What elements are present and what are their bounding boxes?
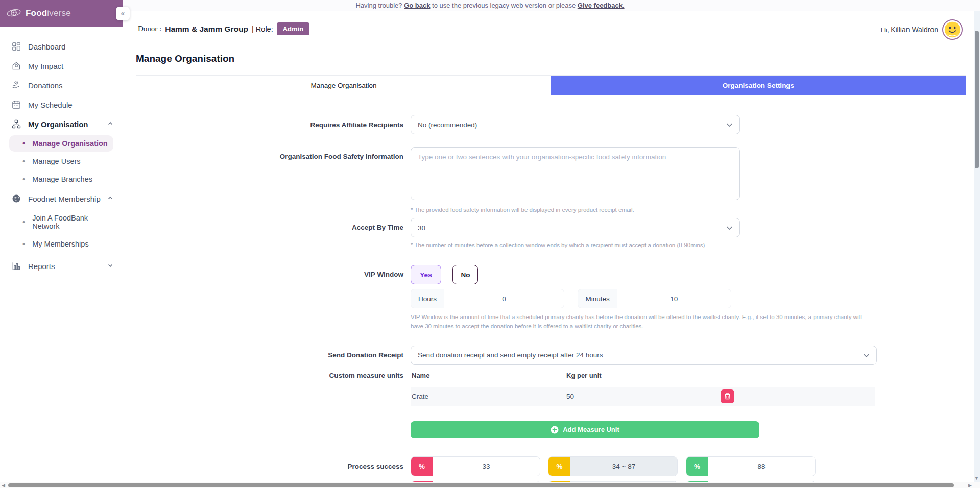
sidebar-item-dashboard[interactable]: Dashboard bbox=[0, 37, 123, 56]
org-chart-icon bbox=[11, 119, 21, 129]
food-safety-label: Organisation Food Safety Information bbox=[123, 147, 411, 160]
role-badge[interactable]: Admin bbox=[277, 22, 309, 35]
donation-receipt-row: Send Donation Receipt Send donation rece… bbox=[123, 346, 980, 365]
food-safety-textarea[interactable] bbox=[411, 147, 740, 200]
horizontal-scrollbar-thumb[interactable] bbox=[8, 483, 954, 487]
percent-badge-pink: % bbox=[411, 457, 433, 476]
trash-icon bbox=[724, 393, 731, 400]
hand-heart-icon bbox=[11, 80, 21, 90]
logo-text-light: iverse bbox=[47, 8, 71, 18]
calendar-icon bbox=[11, 100, 21, 110]
chevron-up-icon[interactable] bbox=[107, 195, 113, 201]
sidebar-item-label: My Impact bbox=[28, 62, 63, 70]
sidebar-logo: Foodiverse bbox=[0, 0, 123, 27]
percent-badge-green: % bbox=[686, 457, 708, 476]
affiliate-select[interactable]: No (recommended) bbox=[411, 115, 740, 134]
process-success-low-input[interactable] bbox=[433, 457, 540, 476]
affiliate-row: Requires Affiliate Recipients No (recomm… bbox=[123, 115, 980, 134]
process-success-high-input[interactable] bbox=[708, 457, 815, 476]
sidebar-item-my-organisation[interactable]: My Organisation bbox=[0, 114, 123, 134]
threshold-low-group: % bbox=[411, 456, 540, 476]
accept-by-time-select[interactable]: 30 bbox=[411, 218, 740, 237]
vip-duration: Hours Minutes bbox=[411, 289, 873, 308]
affiliate-value: No (recommended) bbox=[418, 121, 477, 129]
chevron-down-icon bbox=[726, 226, 733, 230]
user-name: Killian Waldron bbox=[891, 26, 938, 34]
vertical-scrollbar-thumb[interactable] bbox=[975, 31, 979, 168]
user-greeting: Hi, Killian Waldron bbox=[881, 26, 938, 34]
vip-yes-button[interactable]: Yes bbox=[411, 265, 441, 284]
vip-window-label: VIP Window bbox=[123, 265, 411, 278]
bar-chart-icon bbox=[11, 261, 21, 271]
donor-name: Hamm & Jamm Group bbox=[165, 25, 248, 34]
bullet-icon: • bbox=[22, 219, 25, 225]
vip-window-helper: VIP Window is the amount of time that a … bbox=[411, 313, 873, 331]
plus-circle-icon bbox=[551, 426, 559, 434]
greeting-text: Hi, bbox=[881, 26, 889, 34]
percent-badge-yellow: % bbox=[548, 457, 570, 476]
app-window: Having trouble? Go back to use the previ… bbox=[0, 0, 980, 488]
tab-organisation-settings[interactable]: Organisation Settings bbox=[551, 76, 966, 95]
sidebar-item-my-schedule[interactable]: My Schedule bbox=[0, 95, 123, 114]
give-feedback-link[interactable]: Give feedback. bbox=[578, 2, 625, 9]
chevron-down-icon bbox=[863, 353, 870, 358]
sidebar-subitem-my-memberships[interactable]: • My Memberships bbox=[9, 236, 113, 252]
chevron-up-icon[interactable] bbox=[107, 120, 113, 127]
vip-minutes-group: Minutes bbox=[578, 289, 731, 308]
role-label: | Role: bbox=[252, 25, 273, 33]
donation-receipt-value: Send donation receipt and send empty rec… bbox=[418, 351, 603, 359]
scroll-right-arrow-icon[interactable]: ▶ bbox=[968, 483, 972, 488]
banner-prefix: Having trouble? bbox=[355, 2, 402, 9]
tab-manage-organisation[interactable]: Manage Organisation bbox=[136, 76, 551, 95]
donation-receipt-select[interactable]: Send donation receipt and send empty rec… bbox=[411, 346, 877, 365]
sidebar-subitem-label: Join A FoodBank Network bbox=[32, 214, 109, 230]
chevron-down-icon[interactable] bbox=[107, 262, 113, 269]
scroll-down-arrow-icon[interactable]: ▼ bbox=[974, 476, 979, 481]
avatar[interactable] bbox=[942, 19, 963, 40]
threshold-high-group: % bbox=[686, 456, 816, 476]
threshold-mid-group: % bbox=[548, 456, 678, 476]
vip-hours-group: Hours bbox=[411, 289, 564, 308]
vip-minutes-input[interactable] bbox=[617, 289, 731, 308]
membership-icon bbox=[11, 193, 21, 204]
tab-bar: Manage Organisation Organisation Setting… bbox=[136, 75, 966, 95]
minutes-prefix-label: Minutes bbox=[578, 289, 617, 308]
bullet-icon: • bbox=[22, 159, 25, 164]
measure-unit-kg: 50 bbox=[566, 393, 574, 400]
add-measure-unit-button[interactable]: Add Measure Unit bbox=[411, 421, 759, 438]
process-success-row: Process success % % % bbox=[123, 456, 980, 476]
donation-receipt-label: Send Donation Receipt bbox=[123, 351, 411, 359]
vertical-scrollbar[interactable]: ▼ bbox=[974, 11, 980, 482]
logo-text-bold: Food bbox=[26, 8, 47, 18]
page-title: Manage Organisation bbox=[136, 53, 980, 64]
legacy-banner: Having trouble? Go back to use the previ… bbox=[0, 0, 980, 11]
delete-measure-unit-button[interactable] bbox=[721, 389, 734, 403]
sidebar-item-reports[interactable]: Reports bbox=[0, 256, 123, 276]
sidebar-subitem-manage-users[interactable]: • Manage Users bbox=[9, 153, 113, 169]
scroll-left-arrow-icon[interactable]: ◀ bbox=[2, 483, 5, 488]
measure-units-row: Custom measure units Name Kg per unit Cr… bbox=[123, 371, 980, 438]
go-back-link[interactable]: Go back bbox=[404, 2, 430, 9]
user-menu[interactable]: Hi, Killian Waldron bbox=[881, 19, 963, 40]
bullet-icon: • bbox=[22, 241, 25, 247]
sidebar-item-label: Foodnet Membership bbox=[28, 194, 101, 203]
sidebar-subitem-join-foodbank-network[interactable]: • Join A FoodBank Network bbox=[9, 210, 113, 234]
banner-middle: to use the previous legacy web version o… bbox=[432, 2, 576, 9]
main-content: Donor : Hamm & Jamm Group | Role: Admin … bbox=[123, 11, 980, 488]
measure-units-table: Name Kg per unit Crate 50 bbox=[411, 371, 875, 438]
sidebar-item-label: Donations bbox=[28, 81, 63, 90]
food-safety-row: Organisation Food Safety Information * T… bbox=[123, 147, 980, 213]
measure-unit-name: Crate bbox=[412, 393, 566, 400]
sidebar-collapse-button[interactable]: « bbox=[116, 7, 130, 20]
sidebar-subitem-manage-branches[interactable]: • Manage Branches bbox=[9, 171, 113, 187]
sidebar-subitem-manage-organisation[interactable]: • Manage Organisation bbox=[9, 135, 113, 152]
accept-by-time-helper: * The number of minutes before a collect… bbox=[411, 242, 740, 248]
horizontal-scrollbar[interactable]: ◀ ▶ bbox=[0, 482, 980, 488]
sidebar-item-my-impact[interactable]: My Impact bbox=[0, 56, 123, 76]
sidebar-item-label: Reports bbox=[28, 262, 55, 271]
vip-no-button[interactable]: No bbox=[452, 265, 478, 284]
process-success-inputs: % % % bbox=[411, 456, 821, 476]
vip-hours-input[interactable] bbox=[444, 289, 564, 308]
sidebar-item-donations[interactable]: Donations bbox=[0, 76, 123, 95]
sidebar-item-foodnet-membership[interactable]: Foodnet Membership bbox=[0, 189, 123, 208]
